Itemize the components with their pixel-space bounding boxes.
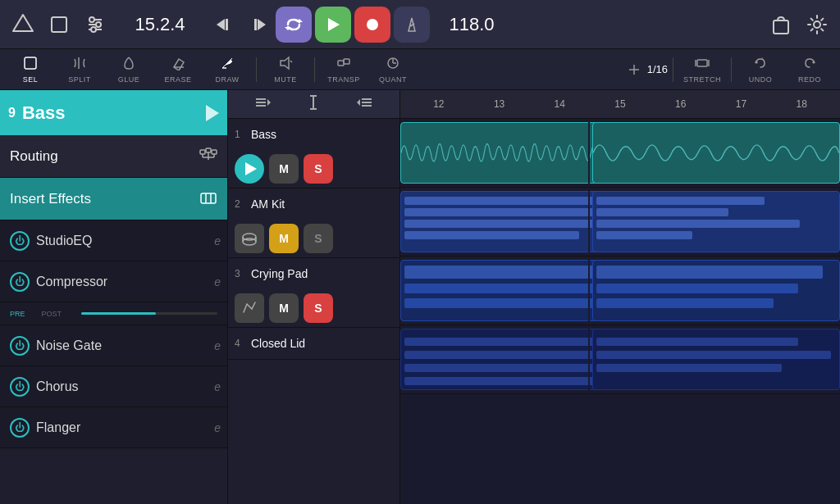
- record-button[interactable]: [354, 7, 390, 43]
- metronome-button[interactable]: [394, 7, 430, 43]
- flanger-name: Flanger: [36, 420, 208, 435]
- track-1-controls: M S: [228, 150, 399, 188]
- studio-eq-edit[interactable]: e: [214, 234, 221, 247]
- track-1-solo[interactable]: S: [304, 154, 333, 184]
- loop-button[interactable]: [276, 7, 312, 43]
- mute-label: MUTE: [274, 75, 297, 84]
- timeline-tracks: [400, 119, 840, 504]
- left-panel: 9 Bass Routing Insert E: [0, 90, 228, 504]
- fast-forward-button[interactable]: [243, 10, 272, 39]
- play-button[interactable]: [315, 7, 351, 43]
- flanger-power[interactable]: ⏻: [10, 418, 30, 438]
- draw-tool[interactable]: DRAW: [203, 52, 251, 87]
- track-2-solo[interactable]: S: [304, 224, 333, 253]
- noise-gate-power[interactable]: ⏻: [10, 336, 30, 356]
- mute-tool[interactable]: MUTE: [262, 52, 309, 87]
- svg-rect-40: [212, 150, 217, 154]
- sel-tool[interactable]: SEL: [7, 52, 54, 87]
- compressor-power[interactable]: ⏻: [10, 272, 30, 292]
- quant-value: 1/16: [647, 63, 668, 75]
- quant-display: 1/16: [628, 63, 668, 76]
- transp-tool[interactable]: TRANSP: [320, 52, 368, 87]
- track-row-amkit-top: 2 AM Kit: [228, 188, 399, 220]
- routing-icon: [199, 148, 217, 166]
- bpm-display: 118.0: [443, 14, 500, 35]
- chorus-effect[interactable]: ⏻ Chorus e: [0, 366, 227, 407]
- erase-tool[interactable]: ERASE: [154, 52, 202, 87]
- track-row-cryingpad-top: 3 Crying Pad: [228, 258, 399, 289]
- insert-effects-label: Insert Effects: [10, 191, 199, 207]
- track-collapse-arrow[interactable]: [206, 105, 219, 121]
- collapse-left-icon[interactable]: [254, 95, 271, 113]
- split-icon: [72, 56, 87, 74]
- insert-effects-icon: [199, 190, 217, 208]
- quant-tool[interactable]: QUANT: [369, 52, 417, 87]
- compressor-edit[interactable]: e: [214, 275, 221, 288]
- track-1-play[interactable]: [235, 154, 264, 184]
- collapse-right-icon[interactable]: [357, 95, 373, 113]
- pre-label: PRE: [10, 310, 25, 318]
- stretch-icon: [695, 56, 710, 74]
- timeline-amkit-row: [400, 188, 840, 257]
- play-triangle-icon: [245, 162, 257, 175]
- noise-gate-edit[interactable]: e: [214, 339, 221, 352]
- amkit-clip-2[interactable]: [592, 191, 840, 252]
- svg-point-18: [814, 21, 820, 28]
- logo-icon[interactable]: [8, 10, 38, 39]
- svg-rect-17: [774, 20, 788, 34]
- mixer-icon[interactable]: [80, 10, 110, 39]
- track-2-name: AM Kit: [251, 198, 285, 211]
- draw-label: DRAW: [215, 75, 239, 84]
- flanger-effect[interactable]: ⏻ Flanger e: [0, 407, 227, 448]
- pre-post-bar: PRE POST: [0, 302, 227, 325]
- chorus-name: Chorus: [36, 379, 208, 394]
- ruler-mark-16: 16: [651, 98, 711, 110]
- track-row-cryingpad: 3 Crying Pad M S: [228, 258, 399, 328]
- svg-marker-0: [13, 15, 33, 31]
- studio-eq-power[interactable]: ⏻: [10, 231, 30, 251]
- expand-vertical-icon[interactable]: [306, 94, 321, 114]
- stretch-label: STRETCH: [683, 75, 721, 84]
- split-tool[interactable]: SPLIT: [56, 52, 103, 87]
- square-icon[interactable]: [44, 10, 74, 39]
- settings-icon[interactable]: [802, 10, 832, 39]
- bass-clip-2[interactable]: [592, 122, 840, 184]
- routing-label: Routing: [10, 148, 199, 165]
- track-2-mute[interactable]: M: [269, 224, 299, 253]
- redo-button[interactable]: REDO: [786, 52, 833, 87]
- track-name-display: Bass: [22, 102, 199, 124]
- compressor-effect[interactable]: ⏻ Compressor e: [0, 261, 227, 302]
- track-3-mute[interactable]: M: [269, 293, 299, 323]
- toolbar-right: [766, 10, 832, 39]
- svg-marker-52: [267, 99, 271, 106]
- closedlid-clip-2[interactable]: [592, 329, 840, 390]
- shopping-bag-icon[interactable]: [766, 10, 796, 39]
- cryingpad-clip-2[interactable]: [592, 260, 840, 321]
- svg-marker-59: [357, 99, 360, 106]
- chorus-edit[interactable]: e: [214, 380, 221, 393]
- undo-icon: °: [753, 56, 768, 74]
- svg-point-15: [367, 19, 378, 30]
- routing-section[interactable]: Routing: [0, 135, 227, 178]
- tool-separator-4: [731, 57, 732, 82]
- cryingpad-gap: [588, 257, 590, 325]
- track-3-solo[interactable]: S: [304, 293, 333, 323]
- glue-tool[interactable]: GLUE: [105, 52, 153, 87]
- closedlid-gap: [588, 325, 590, 393]
- ruler-mark-12: 12: [409, 98, 469, 110]
- undo-button[interactable]: ° UNDO: [737, 52, 784, 87]
- flanger-edit[interactable]: e: [214, 421, 221, 434]
- main-content: 9 Bass Routing Insert E: [0, 90, 840, 504]
- noise-gate-effect[interactable]: ⏻ Noise Gate e: [0, 325, 227, 366]
- compressor-name: Compressor: [36, 275, 208, 289]
- insert-effects-section[interactable]: Insert Effects: [0, 178, 227, 220]
- svg-rect-25: [338, 61, 344, 66]
- svg-marker-8: [217, 19, 225, 30]
- studio-eq-effect[interactable]: ⏻ StudioEQ e: [0, 220, 227, 261]
- svg-rect-26: [344, 59, 349, 64]
- stretch-tool[interactable]: STRETCH: [678, 52, 726, 87]
- svg-rect-32: [697, 60, 707, 66]
- chorus-power[interactable]: ⏻: [10, 377, 30, 397]
- rewind-button[interactable]: [210, 10, 240, 39]
- track-1-mute[interactable]: M: [269, 154, 299, 184]
